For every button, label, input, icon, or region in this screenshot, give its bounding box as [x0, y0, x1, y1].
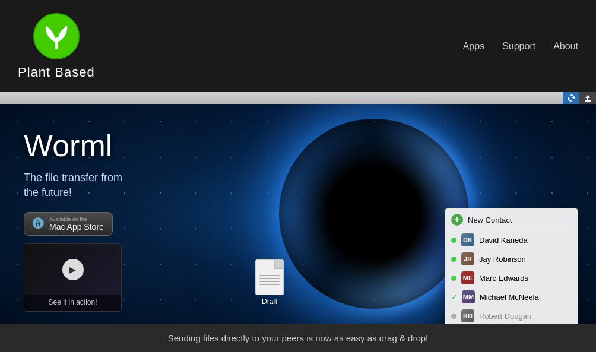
main-nav: Apps Support About: [463, 41, 578, 52]
nav-about[interactable]: About: [553, 41, 578, 52]
svg-rect-5: [587, 97, 588, 100]
logo-icon: [33, 12, 80, 60]
new-contact-label: New Contact: [468, 216, 572, 224]
toolbar-bar: [0, 92, 596, 104]
menu-contact-michael[interactable]: ✓ MM Michael McNeela: [445, 287, 578, 306]
menu-contact-david[interactable]: DK David Kaneda: [445, 230, 578, 249]
status-dot-green: [451, 276, 456, 281]
menu-contact-marc[interactable]: ME Marc Edwards: [445, 268, 578, 287]
video-thumbnail[interactable]: ▶ See it in action!: [24, 243, 122, 312]
video-label: See it in action!: [24, 295, 121, 310]
nav-support[interactable]: Support: [502, 41, 535, 52]
header: Plant Based Apps Support About: [0, 0, 596, 92]
avatar-michael: MM: [462, 290, 475, 303]
menu-contact-robert[interactable]: RD Robert Dougan: [445, 306, 578, 324]
avatar-david: DK: [461, 233, 474, 246]
video-preview: ▶: [24, 244, 121, 295]
new-contact-icon: +: [451, 214, 463, 226]
blackhole-core: [279, 119, 469, 309]
checkmark-icon: ✓: [451, 292, 458, 302]
hero-title: Worml: [24, 128, 122, 163]
status-dot-green: [451, 238, 456, 243]
toolbar-upload-icon[interactable]: [579, 92, 596, 104]
menu-new-contact[interactable]: + New Contact: [445, 211, 578, 229]
logo-area: Plant Based: [18, 12, 95, 80]
play-button[interactable]: ▶: [62, 259, 84, 280]
hero-subtitle: The file transfer from the future!: [24, 170, 122, 200]
svg-rect-6: [585, 100, 591, 102]
toolbar-sync-icon[interactable]: [563, 92, 579, 104]
file-icon: [255, 259, 284, 295]
hero-content: Worml The file transfer from the future!…: [24, 128, 122, 236]
contact-name-david: David Kaneda: [479, 236, 572, 245]
footer: Sending files directly to your peers is …: [0, 324, 596, 352]
draft-file[interactable]: Draft: [255, 259, 284, 306]
svg-point-0: [34, 14, 79, 59]
toolbar-icons: [563, 92, 596, 104]
avatar-robert: RD: [461, 309, 474, 322]
avatar-marc: ME: [461, 271, 474, 284]
file-line: [259, 275, 280, 276]
nav-apps[interactable]: Apps: [463, 41, 484, 52]
avatar-jay: JR: [461, 252, 474, 265]
context-menu: + New Contact DK David Kaneda JR Jay Rob…: [445, 208, 578, 324]
appstore-button[interactable]: 🅐 Available on the Mac App Store: [24, 212, 113, 236]
file-line: [259, 278, 280, 279]
menu-contact-jay[interactable]: JR Jay Robinson: [445, 249, 578, 268]
file-line: [259, 281, 280, 282]
contact-name-robert: Robert Dougan: [479, 312, 572, 321]
draft-label: Draft: [262, 297, 277, 306]
footer-text: Sending files directly to your peers is …: [168, 333, 429, 343]
appstore-text: Available on the Mac App Store: [49, 216, 104, 232]
status-dot-green: [451, 257, 456, 262]
contact-name-jay: Jay Robinson: [479, 255, 572, 264]
logo-text: Plant Based: [18, 65, 95, 80]
contact-name-michael: Michael McNeela: [480, 293, 572, 302]
svg-rect-1: [55, 37, 58, 49]
file-lines: [256, 275, 283, 285]
file-line: [259, 284, 280, 285]
hero-section: Worml The file transfer from the future!…: [0, 104, 596, 324]
status-dot-gray: [451, 314, 456, 319]
blackhole-visual: [279, 119, 469, 309]
contact-name-marc: Marc Edwards: [479, 274, 572, 283]
appstore-icon: 🅐: [33, 217, 45, 231]
